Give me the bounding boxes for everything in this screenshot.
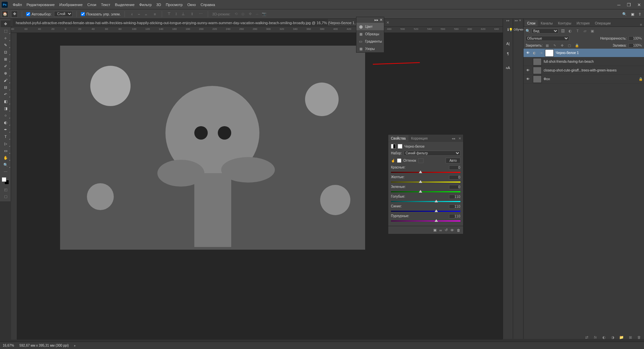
filter-shape-icon[interactable]: ▱ [582,28,588,34]
lasso-tool[interactable]: ⟡ [1,35,10,41]
lock-pixels-icon[interactable]: ▦ [545,43,550,48]
visibility-icon[interactable]: 👁 [525,51,531,55]
slider-value-input[interactable] [449,165,460,170]
canvas[interactable] [60,46,365,250]
menu-Фильтр[interactable]: Фильтр [137,3,154,7]
auto-button[interactable]: Авто [446,158,460,163]
flyout-item[interactable]: ▦Образцы [356,30,384,38]
panel-tab[interactable]: Каналы [538,20,555,27]
layer-row[interactable]: 👁Фон🔒 [524,75,644,84]
new-group-icon[interactable]: 📁 [618,334,625,340]
menu-Редактирование[interactable]: Редактирование [24,3,57,7]
search-icon[interactable]: 🔍 [622,12,627,16]
layer-name[interactable]: Фон [544,77,637,81]
lock-position-icon[interactable]: ✎ [552,43,557,48]
layer-row[interactable]: 👁closeup-shot-cute-giraff...trees-with-g… [524,66,644,75]
share-icon[interactable]: ⇪ [638,12,641,16]
menu-Изображение[interactable]: Изображение [57,3,85,7]
menu-3D[interactable]: 3D [154,3,163,7]
fill-input[interactable] [629,43,642,48]
panel-tab[interactable]: История [574,20,592,27]
distribute-v-icon[interactable]: ⦀ [189,11,195,17]
lock-all-icon[interactable]: 🔒 [574,43,580,48]
link-layers-icon[interactable]: ⇄ [584,334,590,340]
filter-smart-icon[interactable]: ▣ [589,28,595,34]
eraser-tool[interactable]: ◧ [1,98,10,105]
panel-close-icon[interactable]: ✕ [456,137,463,140]
minimize-button[interactable]: ─ [614,0,624,9]
toggle-visibility-icon[interactable]: 👁 [450,228,454,232]
slider-value-input[interactable] [449,214,460,218]
align-center-v-icon[interactable]: ⫱ [173,11,179,17]
layer-row[interactable]: full-shot-friends-having-fun-beach [524,57,644,66]
slider-track[interactable] [391,170,460,174]
close-button[interactable]: ✕ [634,0,644,9]
layer-name[interactable]: full-shot-friends-having-fun-beach [544,60,643,63]
menu-Справка[interactable]: Справка [198,3,217,7]
new-layer-icon[interactable]: ⊞ [627,334,633,340]
edit-toolbar[interactable]: ⋯ [1,168,10,175]
expand-strip-icon[interactable]: ▸▸ [503,19,513,23]
paragraph-panel-icon[interactable]: ¶ [503,50,513,58]
delete-adjustment-icon[interactable]: 🗑 [457,228,460,232]
quick-mask-icon[interactable]: ◰ [1,187,10,193]
panel-collapse-icon[interactable]: ◂◂ [450,137,456,140]
gradient-tool[interactable]: ◨ [1,105,10,112]
home-icon[interactable]: 🏠 [2,11,8,17]
lock-artboard-icon[interactable]: ▢ [567,43,572,48]
learn-panel-icon[interactable]: 💡 Обучение [513,26,523,34]
eyedropper-tool[interactable]: ✐ [1,63,10,69]
align-top-icon[interactable]: ⊤ [166,11,172,17]
clip-to-layer-icon[interactable]: ▣ [433,228,437,232]
slider-track[interactable] [391,190,460,193]
close-tab-icon[interactable]: ✕ [386,20,389,25]
align-right-icon[interactable]: ⫠ [143,11,149,17]
menu-Текст[interactable]: Текст [99,3,113,7]
tab-properties[interactable]: Свойства [388,135,408,142]
marquee-tool[interactable]: ⬚ [1,28,10,34]
layer-row[interactable]: 👁◐⇢Черно-белое 1 [524,49,644,57]
distribute-icon[interactable]: ≡ [152,11,158,17]
align-center-h-icon[interactable]: ⫟ [136,11,142,17]
workspace-icon[interactable]: ▣ [631,12,634,16]
panel-menu-icon[interactable]: ≡ [638,23,644,27]
type-tool[interactable]: T [1,133,10,140]
tab-adjustments[interactable]: Коррекция [408,135,430,142]
new-adjustment-icon[interactable]: ◑ [610,334,616,340]
slider-value-input[interactable] [449,175,460,180]
opacity-input[interactable] [629,36,642,41]
maximize-button[interactable]: ❐ [624,0,634,9]
slider-value-input[interactable] [449,185,460,189]
dodge-tool[interactable]: ◐ [1,119,10,126]
status-menu-icon[interactable]: ▸ [74,344,76,347]
view-previous-icon[interactable]: ∞ [439,228,442,232]
hand-tool[interactable]: ✋ [1,154,10,161]
layer-thumb[interactable] [533,58,542,65]
expand-strip-icon[interactable]: ▸▸ ✕ [513,19,523,23]
lock-move-icon[interactable]: ✥ [559,43,565,48]
slider-track[interactable] [391,209,460,213]
auto-select-target[interactable]: Слой [54,11,72,17]
layer-name[interactable]: Черно-белое 1 [556,51,643,55]
preset-select[interactable]: Синий фильтр [404,151,460,156]
show-transform-controls[interactable]: Показать упр. элем. [81,12,120,16]
move-tool-icon[interactable]: ✥ [11,11,18,17]
layer-filter-type[interactable]: Вид [532,29,558,34]
blend-mode-select[interactable]: Обычные [526,36,569,41]
clone-stamp-tool[interactable]: ⊟ [1,84,10,91]
menu-Файл[interactable]: Файл [10,3,24,7]
quick-select-tool[interactable]: ✎ [1,42,10,48]
visibility-icon[interactable]: 👁 [525,68,531,72]
layer-name[interactable]: closeup-shot-cute-giraff...trees-with-gr… [544,68,643,72]
fg-bg-colors[interactable] [2,177,9,185]
zoom-tool[interactable]: 🔍 [1,161,10,168]
healing-brush-tool[interactable]: ⊕ [1,70,10,77]
flyout-item[interactable]: ▭Градиенты [356,38,384,45]
hand-scrubby-icon[interactable]: ☝ [391,159,395,162]
menu-Слои[interactable]: Слои [85,3,99,7]
move-tool[interactable]: ✥ [1,20,10,27]
delete-layer-icon[interactable]: 🗑 [636,334,642,340]
frame-tool[interactable]: ⊞ [1,56,10,62]
shape-tool[interactable]: ▭ [1,147,10,154]
glyphs-panel-icon[interactable]: aA [503,64,513,72]
